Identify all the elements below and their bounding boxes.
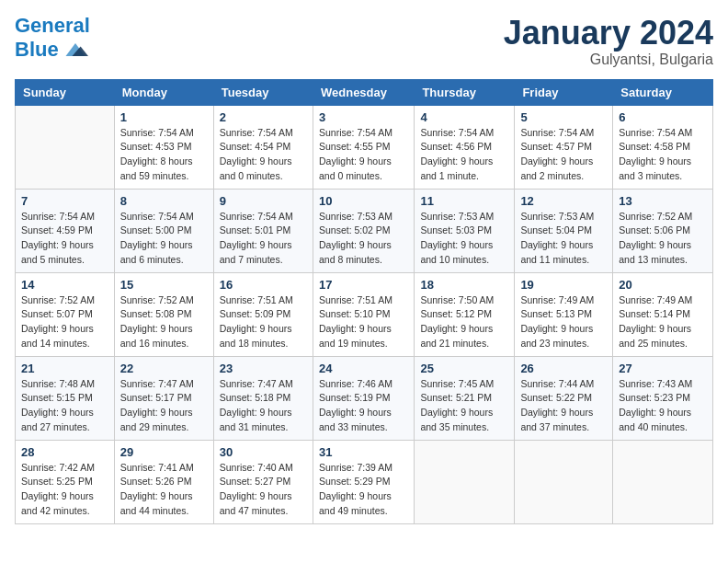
weekday-header: Saturday — [613, 79, 713, 105]
day-info: Sunrise: 7:41 AMSunset: 5:26 PMDaylight:… — [120, 461, 208, 519]
day-info: Sunrise: 7:54 AMSunset: 4:55 PMDaylight:… — [319, 126, 408, 184]
weekday-header: Monday — [114, 79, 213, 105]
day-number: 12 — [520, 194, 607, 208]
day-number: 1 — [120, 110, 208, 124]
day-number: 7 — [21, 194, 108, 208]
day-number: 25 — [420, 362, 508, 375]
day-info: Sunrise: 7:48 AMSunset: 5:15 PMDaylight:… — [21, 377, 108, 435]
location-subtitle: Gulyantsi, Bulgaria — [504, 52, 713, 68]
calendar-day-cell: 13Sunrise: 7:52 AMSunset: 5:06 PMDayligh… — [613, 189, 713, 272]
calendar-day-cell: 24Sunrise: 7:46 AMSunset: 5:19 PMDayligh… — [313, 356, 414, 440]
calendar-day-cell: 7Sunrise: 7:54 AMSunset: 4:59 PMDaylight… — [16, 189, 115, 272]
calendar-day-cell: 25Sunrise: 7:45 AMSunset: 5:21 PMDayligh… — [415, 356, 515, 440]
calendar-day-cell: 26Sunrise: 7:44 AMSunset: 5:22 PMDayligh… — [515, 356, 613, 440]
day-number: 10 — [319, 194, 408, 208]
calendar-day-cell: 27Sunrise: 7:43 AMSunset: 5:23 PMDayligh… — [613, 356, 713, 440]
calendar-week-row: 7Sunrise: 7:54 AMSunset: 4:59 PMDaylight… — [16, 189, 713, 272]
day-number: 17 — [319, 278, 408, 292]
day-number: 2 — [220, 110, 307, 124]
day-number: 20 — [619, 278, 707, 292]
calendar-header-row: SundayMondayTuesdayWednesdayThursdayFrid… — [16, 79, 713, 105]
day-number: 31 — [319, 445, 408, 459]
day-number: 30 — [220, 445, 307, 459]
day-info: Sunrise: 7:39 AMSunset: 5:29 PMDaylight:… — [319, 461, 408, 519]
day-info: Sunrise: 7:47 AMSunset: 5:17 PMDaylight:… — [120, 377, 208, 435]
day-number: 22 — [120, 362, 208, 375]
calendar-day-cell: 21Sunrise: 7:48 AMSunset: 5:15 PMDayligh… — [16, 356, 115, 440]
calendar-day-cell: 11Sunrise: 7:53 AMSunset: 5:03 PMDayligh… — [415, 189, 515, 272]
day-number: 24 — [319, 362, 408, 375]
day-number: 3 — [319, 110, 408, 124]
weekday-header: Sunday — [16, 79, 115, 105]
day-info: Sunrise: 7:54 AMSunset: 4:58 PMDaylight:… — [619, 126, 707, 184]
day-number: 28 — [21, 445, 108, 459]
day-number: 27 — [619, 362, 707, 375]
calendar-day-cell: 30Sunrise: 7:40 AMSunset: 5:27 PMDayligh… — [213, 440, 313, 523]
calendar-day-cell: 2Sunrise: 7:54 AMSunset: 4:54 PMDaylight… — [213, 105, 313, 189]
logo-icon — [63, 37, 88, 63]
calendar-day-cell: 4Sunrise: 7:54 AMSunset: 4:56 PMDaylight… — [415, 105, 515, 189]
calendar-day-cell: 28Sunrise: 7:42 AMSunset: 5:25 PMDayligh… — [16, 440, 115, 523]
day-number: 29 — [120, 445, 208, 459]
day-info: Sunrise: 7:47 AMSunset: 5:18 PMDaylight:… — [220, 377, 307, 435]
day-number: 13 — [619, 194, 707, 208]
day-info: Sunrise: 7:40 AMSunset: 5:27 PMDaylight:… — [220, 461, 307, 519]
weekday-header: Tuesday — [213, 79, 313, 105]
calendar-week-row: 1Sunrise: 7:54 AMSunset: 4:53 PMDaylight… — [16, 105, 713, 189]
calendar-day-cell: 6Sunrise: 7:54 AMSunset: 4:58 PMDaylight… — [613, 105, 713, 189]
day-number: 8 — [120, 194, 208, 208]
logo: General Blue — [15, 15, 90, 63]
calendar-day-cell: 9Sunrise: 7:54 AMSunset: 5:01 PMDaylight… — [213, 189, 313, 272]
day-info: Sunrise: 7:54 AMSunset: 5:00 PMDaylight:… — [120, 210, 208, 268]
calendar-day-cell — [515, 440, 613, 523]
title-area: January 2024 Gulyantsi, Bulgaria — [504, 15, 713, 68]
calendar-table: SundayMondayTuesdayWednesdayThursdayFrid… — [15, 79, 713, 524]
day-info: Sunrise: 7:54 AMSunset: 4:53 PMDaylight:… — [120, 126, 208, 184]
calendar-day-cell: 14Sunrise: 7:52 AMSunset: 5:07 PMDayligh… — [16, 272, 115, 356]
day-info: Sunrise: 7:51 AMSunset: 5:09 PMDaylight:… — [220, 293, 307, 351]
weekday-header: Friday — [515, 79, 613, 105]
calendar-day-cell: 16Sunrise: 7:51 AMSunset: 5:09 PMDayligh… — [213, 272, 313, 356]
calendar-week-row: 21Sunrise: 7:48 AMSunset: 5:15 PMDayligh… — [16, 356, 713, 440]
calendar-day-cell — [16, 105, 115, 189]
calendar-day-cell: 10Sunrise: 7:53 AMSunset: 5:02 PMDayligh… — [313, 189, 414, 272]
calendar-day-cell: 18Sunrise: 7:50 AMSunset: 5:12 PMDayligh… — [415, 272, 515, 356]
day-info: Sunrise: 7:51 AMSunset: 5:10 PMDaylight:… — [319, 293, 408, 351]
calendar-day-cell: 15Sunrise: 7:52 AMSunset: 5:08 PMDayligh… — [114, 272, 213, 356]
day-info: Sunrise: 7:42 AMSunset: 5:25 PMDaylight:… — [21, 461, 108, 519]
day-info: Sunrise: 7:50 AMSunset: 5:12 PMDaylight:… — [420, 293, 508, 351]
calendar-day-cell: 5Sunrise: 7:54 AMSunset: 4:57 PMDaylight… — [515, 105, 613, 189]
calendar-day-cell: 1Sunrise: 7:54 AMSunset: 4:53 PMDaylight… — [114, 105, 213, 189]
day-info: Sunrise: 7:53 AMSunset: 5:02 PMDaylight:… — [319, 210, 408, 268]
calendar-day-cell — [415, 440, 515, 523]
day-number: 21 — [21, 362, 108, 375]
day-number: 5 — [520, 110, 607, 124]
day-info: Sunrise: 7:53 AMSunset: 5:03 PMDaylight:… — [420, 210, 508, 268]
logo-text: General — [15, 15, 90, 37]
day-number: 15 — [120, 278, 208, 292]
day-number: 11 — [420, 194, 508, 208]
day-info: Sunrise: 7:43 AMSunset: 5:23 PMDaylight:… — [619, 377, 707, 435]
day-info: Sunrise: 7:45 AMSunset: 5:21 PMDaylight:… — [420, 377, 508, 435]
weekday-header: Wednesday — [313, 79, 414, 105]
calendar-day-cell — [613, 440, 713, 523]
weekday-header: Thursday — [415, 79, 515, 105]
calendar-day-cell: 20Sunrise: 7:49 AMSunset: 5:14 PMDayligh… — [613, 272, 713, 356]
day-info: Sunrise: 7:49 AMSunset: 5:14 PMDaylight:… — [619, 293, 707, 351]
day-info: Sunrise: 7:54 AMSunset: 4:57 PMDaylight:… — [520, 126, 607, 184]
calendar-day-cell: 29Sunrise: 7:41 AMSunset: 5:26 PMDayligh… — [114, 440, 213, 523]
header: General Blue January 2024 Gulyantsi, Bul… — [15, 15, 713, 68]
day-number: 16 — [220, 278, 307, 292]
day-info: Sunrise: 7:44 AMSunset: 5:22 PMDaylight:… — [520, 377, 607, 435]
day-info: Sunrise: 7:52 AMSunset: 5:07 PMDaylight:… — [21, 293, 108, 351]
day-number: 4 — [420, 110, 508, 124]
calendar-day-cell: 3Sunrise: 7:54 AMSunset: 4:55 PMDaylight… — [313, 105, 414, 189]
day-info: Sunrise: 7:53 AMSunset: 5:04 PMDaylight:… — [520, 210, 607, 268]
day-info: Sunrise: 7:49 AMSunset: 5:13 PMDaylight:… — [520, 293, 607, 351]
calendar-week-row: 28Sunrise: 7:42 AMSunset: 5:25 PMDayligh… — [16, 440, 713, 523]
day-info: Sunrise: 7:54 AMSunset: 5:01 PMDaylight:… — [220, 210, 307, 268]
day-info: Sunrise: 7:54 AMSunset: 4:59 PMDaylight:… — [21, 210, 108, 268]
day-number: 9 — [220, 194, 307, 208]
logo-text-blue: Blue — [15, 39, 59, 61]
day-number: 26 — [520, 362, 607, 375]
